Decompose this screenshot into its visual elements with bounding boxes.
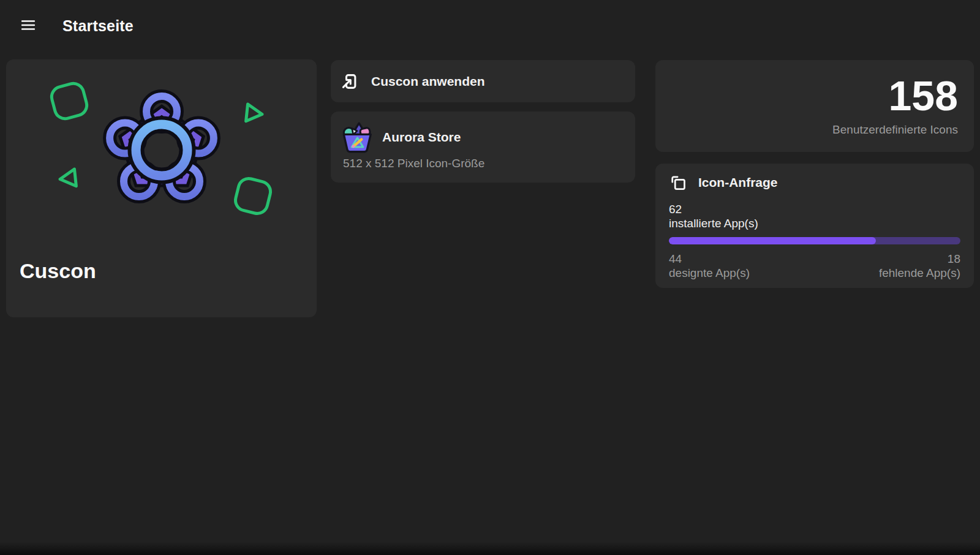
icon-request-header: Icon-Anfrage [669,173,960,192]
cuscon-logo-icon [6,59,317,264]
menu-icon [20,17,37,36]
menu-button[interactable] [13,11,43,40]
bottom-nav-shadow [0,542,980,555]
icon-request-progress-track [669,237,960,244]
designed-apps-count: 44 [669,252,750,266]
custom-icons-label: Benutzerdefinierte Icons [832,123,958,137]
missing-apps-count: 18 [879,252,960,266]
custom-icons-stat-card: 158 Benutzerdefinierte Icons [655,60,974,152]
missing-apps-label: fehlende App(s) [879,266,960,280]
missing-apps-block: 18 fehlende App(s) [879,252,960,280]
theme-banner-card: Cuscon [6,59,317,317]
icon-request-card[interactable]: Icon-Anfrage 62 installierte App(s) 44 d… [655,164,974,288]
store-subtitle: 512 x 512 Pixel Icon-Größe [343,157,484,170]
installed-apps-label: installierte App(s) [669,216,960,230]
apply-cuscon-card[interactable]: Cuscon anwenden [331,60,635,102]
page-title: Startseite [62,17,134,35]
custom-icons-count: 158 [889,73,958,118]
progress-fill [669,237,876,244]
designed-apps-label: designte App(s) [669,266,750,280]
designed-apps-block: 44 designte App(s) [669,252,750,280]
icon-request-title: Icon-Anfrage [698,175,778,190]
top-app-bar: Startseite [0,0,980,51]
store-title: Aurora Store [382,130,461,145]
aurora-store-icon [339,119,375,157]
aurora-store-card[interactable]: Aurora Store 512 x 512 Pixel Icon-Größe [331,111,635,183]
installed-apps-count: 62 [669,202,960,216]
exit-to-app-icon [339,72,359,91]
installed-apps-block: 62 installierte App(s) [669,202,960,230]
apply-cuscon-label: Cuscon anwenden [371,74,485,89]
theme-name: Cuscon [20,259,96,283]
flip-to-front-icon [669,173,687,192]
